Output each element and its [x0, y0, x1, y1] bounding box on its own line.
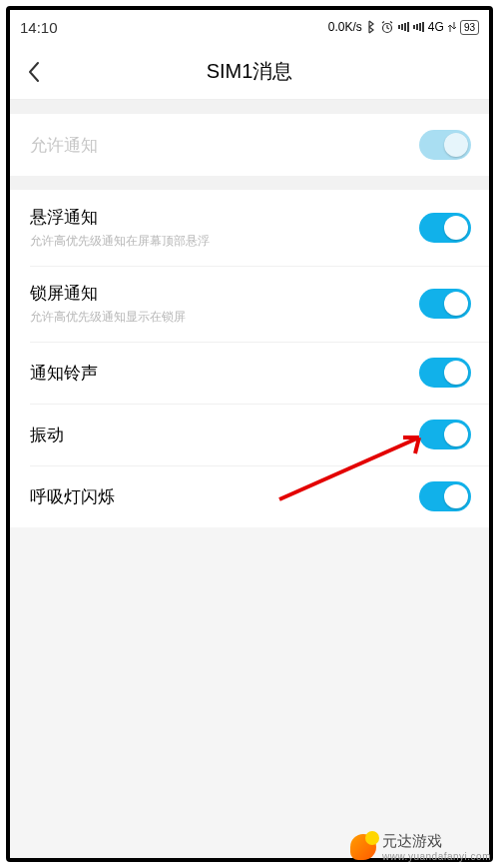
status-net-speed: 0.0K/s — [328, 20, 362, 34]
status-time: 14:10 — [20, 19, 58, 36]
row-sub-1: 允许高优先级通知显示在锁屏 — [30, 309, 186, 326]
phone-frame: 14:10 0.0K/s 4G 93 SIM1消息 — [6, 6, 493, 862]
row-sub-0: 允许高优先级通知在屏幕顶部悬浮 — [30, 233, 210, 250]
row-led: 呼吸灯闪烁 — [10, 465, 489, 527]
row-vibrate: 振动 — [10, 404, 489, 465]
toggle-vibrate[interactable] — [419, 420, 471, 449]
section-options: 悬浮通知 允许高优先级通知在屏幕顶部悬浮 锁屏通知 允许高优先级通知显示在锁屏 … — [10, 190, 489, 527]
row-lock-notify: 锁屏通知 允许高优先级通知显示在锁屏 — [10, 266, 489, 342]
page-title: SIM1消息 — [10, 58, 489, 85]
toggle-lock-notify[interactable] — [419, 289, 471, 319]
row-title-4: 呼吸灯闪烁 — [30, 485, 115, 508]
battery-percent: 93 — [464, 21, 475, 34]
row-title-3: 振动 — [30, 424, 64, 446]
toggle-led[interactable] — [419, 481, 471, 511]
title-bar: SIM1消息 — [10, 44, 489, 100]
watermark-logo-icon — [350, 834, 376, 860]
back-button[interactable] — [10, 48, 58, 96]
alarm-icon — [380, 20, 394, 34]
row-sound: 通知铃声 — [10, 342, 489, 404]
status-bar: 14:10 0.0K/s 4G 93 — [10, 10, 489, 44]
section-allow: 允许通知 — [10, 114, 489, 176]
toggle-float-notify[interactable] — [419, 213, 471, 243]
network-label: 4G — [428, 20, 444, 34]
bluetooth-icon — [366, 20, 376, 34]
row-allow-notify: 允许通知 — [10, 114, 489, 176]
signal-icon-2 — [413, 22, 424, 32]
row-title-0: 悬浮通知 — [30, 206, 210, 229]
row-title-allow: 允许通知 — [30, 134, 98, 157]
signal-icon-1 — [398, 22, 409, 32]
data-arrows-icon — [448, 21, 456, 33]
watermark-url: www.yuandafanyi.com — [382, 851, 491, 862]
section-gap-2 — [10, 176, 489, 190]
row-title-2: 通知铃声 — [30, 362, 98, 385]
toggle-allow-notify[interactable] — [419, 130, 471, 160]
battery-icon: 93 — [460, 20, 479, 35]
row-float-notify: 悬浮通知 允许高优先级通知在屏幕顶部悬浮 — [10, 190, 489, 266]
watermark: 元达游戏 www.yuandafanyi.com — [350, 832, 491, 862]
status-right: 0.0K/s 4G 93 — [328, 20, 479, 35]
row-title-1: 锁屏通知 — [30, 282, 186, 305]
toggle-sound[interactable] — [419, 358, 471, 388]
watermark-name: 元达游戏 — [382, 832, 442, 849]
section-gap — [10, 100, 489, 114]
